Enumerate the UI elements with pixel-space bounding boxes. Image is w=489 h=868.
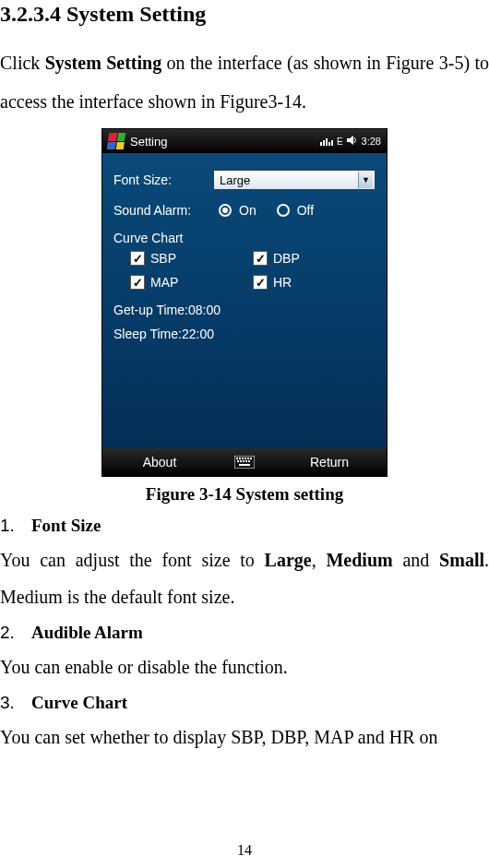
font-size-row: Font Size: Large ▼ [113, 170, 376, 190]
list-number: 2. [0, 623, 20, 643]
intro-bold: System Setting [45, 53, 161, 73]
keyboard-icon [234, 456, 255, 469]
check-label: HR [273, 275, 292, 290]
status-icons: E 3:28 [320, 135, 381, 148]
p1b1: Large [265, 550, 312, 570]
list-title: Audible Alarm [31, 623, 143, 643]
svg-rect-13 [237, 460, 239, 462]
network-e-icon: E [337, 137, 343, 147]
svg-rect-17 [248, 460, 250, 462]
check-label: DBP [273, 251, 300, 266]
curve-chart-label: Curve Chart [113, 231, 376, 245]
volume-icon [347, 135, 358, 148]
svg-rect-18 [239, 464, 250, 466]
radio-on-icon [219, 204, 232, 217]
sound-on-option[interactable]: On [219, 203, 256, 218]
sound-off-label: Off [297, 203, 314, 218]
font-size-value: Large [220, 173, 250, 187]
getup-label: Get-up Time: [113, 303, 188, 317]
svg-rect-10 [244, 458, 246, 459]
svg-rect-15 [243, 460, 244, 462]
device-screen: Font Size: Large ▼ Sound Alarm: On [102, 153, 387, 448]
sound-alarm-row: Sound Alarm: On Off [113, 203, 376, 218]
check-sbp[interactable]: ✓ SBP [130, 251, 253, 266]
list-number: 3. [0, 693, 20, 713]
svg-rect-2 [326, 138, 328, 146]
signal-icon [320, 135, 333, 148]
font-size-select[interactable]: Large ▼ [213, 170, 376, 190]
svg-rect-14 [240, 460, 242, 462]
checkbox-icon: ✓ [253, 251, 268, 266]
svg-rect-1 [323, 140, 325, 146]
check-label: SBP [150, 251, 176, 266]
about-button[interactable]: About [102, 455, 217, 470]
checkbox-icon: ✓ [253, 275, 268, 290]
app-title: Setting [130, 135, 167, 149]
font-size-paragraph: You can adjust the font size to Large, M… [0, 541, 489, 615]
svg-marker-5 [347, 136, 353, 145]
list-title: Curve Chart [31, 693, 127, 713]
chevron-down-icon: ▼ [358, 172, 373, 188]
check-label: MAP [150, 275, 178, 290]
radio-off-icon [277, 204, 290, 217]
p1b3: Small [439, 550, 484, 570]
svg-rect-16 [245, 460, 247, 462]
p1d: and [393, 550, 439, 570]
p1c: , [312, 550, 327, 570]
svg-rect-8 [239, 458, 241, 459]
sound-on-label: On [239, 203, 256, 218]
return-button[interactable]: Return [272, 455, 387, 470]
list-number: 1. [0, 516, 20, 536]
svg-rect-11 [247, 458, 249, 459]
getup-value: 08:00 [188, 303, 221, 317]
device-menubar: About Return [102, 448, 387, 476]
p1a: You can adjust the font size to [0, 550, 265, 570]
list-item-3: 3. Curve Chart [0, 693, 489, 713]
device-titlebar: Setting E 3:28 [102, 129, 387, 153]
windows-logo-icon [107, 133, 126, 149]
font-size-label: Font Size: [113, 172, 213, 187]
svg-rect-4 [331, 140, 333, 146]
device-screenshot: Setting E 3:28 Font Size: [101, 128, 388, 477]
svg-rect-7 [236, 458, 238, 459]
keyboard-button[interactable] [217, 456, 272, 469]
svg-rect-9 [242, 458, 244, 459]
list-title: Font Size [31, 516, 101, 536]
svg-rect-0 [320, 142, 322, 146]
svg-rect-3 [328, 142, 330, 146]
check-dbp[interactable]: ✓ DBP [253, 251, 376, 266]
sleep-value: 22:00 [182, 327, 214, 341]
figure-caption: Figure 3-14 System setting [0, 484, 489, 505]
section-heading: 3.2.3.4 System Setting [0, 2, 489, 27]
curve-chart-paragraph: You can set whether to display SBP, DBP,… [0, 719, 489, 755]
list-item-2: 2. Audible Alarm [0, 623, 489, 643]
curve-chart-checks: ✓ SBP ✓ DBP ✓ MAP ✓ HR [130, 251, 376, 290]
getup-time-row[interactable]: Get-up Time:08:00 [113, 303, 376, 317]
check-hr[interactable]: ✓ HR [253, 275, 376, 290]
p1b2: Medium [326, 550, 392, 570]
intro-paragraph: Click System Setting on the interface (a… [0, 43, 489, 121]
audible-alarm-paragraph: You can enable or disable the function. [0, 648, 489, 685]
check-map[interactable]: ✓ MAP [130, 275, 253, 290]
svg-rect-12 [250, 458, 252, 459]
page-number: 14 [0, 842, 489, 859]
sound-alarm-label: Sound Alarm: [113, 203, 213, 218]
sound-off-option[interactable]: Off [277, 203, 314, 218]
sleep-label: Sleep Time: [113, 327, 182, 341]
sleep-time-row[interactable]: Sleep Time:22:00 [113, 327, 376, 341]
intro-pre: Click [0, 53, 45, 73]
figure-container: Setting E 3:28 Font Size: [0, 128, 489, 477]
list-item-1: 1. Font Size [0, 516, 489, 536]
checkbox-icon: ✓ [130, 275, 145, 290]
checkbox-icon: ✓ [130, 251, 145, 266]
clock-time: 3:28 [362, 136, 381, 147]
